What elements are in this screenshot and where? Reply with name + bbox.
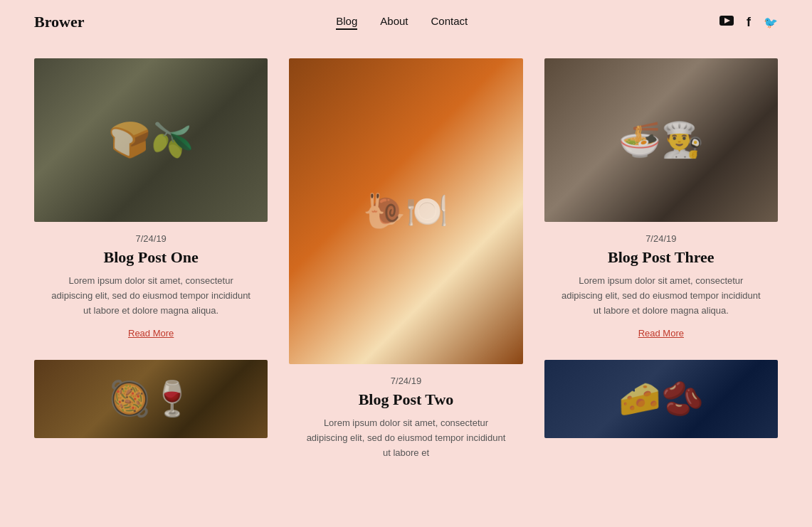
blog-post-3-title: Blog Post Three [608, 248, 715, 267]
blog-post-3-excerpt: Lorem ipsum dolor sit amet, consectetur … [561, 274, 761, 318]
blog-post-2-date: 7/24/19 [391, 376, 421, 386]
blog-post-3-date: 7/24/19 [645, 233, 676, 244]
social-icons-group: f 🐦 [719, 15, 778, 30]
blog-card-4 [34, 360, 268, 438]
blog-post-1-image [34, 58, 268, 222]
blog-post-3-read-more[interactable]: Read More [638, 328, 684, 339]
blog-column-1: 7/24/19 Blog Post One Lorem ipsum dolor … [34, 58, 268, 460]
twitter-icon[interactable]: 🐦 [764, 16, 778, 29]
blog-column-3: 7/24/19 Blog Post Three Lorem ipsum dolo… [544, 58, 778, 460]
nav-blog[interactable]: Blog [336, 15, 357, 30]
nav-contact[interactable]: Contact [431, 15, 468, 30]
blog-post-2-title: Blog Post Two [359, 390, 454, 409]
blog-grid: 7/24/19 Blog Post One Lorem ipsum dolor … [34, 58, 778, 460]
blog-post-5-image [544, 360, 778, 438]
blog-post-2-excerpt: Lorem ipsum dolor sit amet, consectetur … [306, 416, 505, 460]
blog-card-5 [544, 360, 778, 438]
youtube-icon[interactable] [719, 16, 734, 28]
blog-post-1-excerpt: Lorem ipsum dolor sit amet, consectetur … [51, 274, 251, 318]
blog-post-3-image [544, 58, 778, 222]
site-header: Brower Blog About Contact f 🐦 [0, 0, 812, 44]
facebook-icon[interactable]: f [747, 15, 751, 30]
blog-column-2: 7/24/19 Blog Post Two Lorem ipsum dolor … [289, 58, 522, 460]
main-nav: Blog About Contact [336, 15, 468, 30]
blog-card-1: 7/24/19 Blog Post One Lorem ipsum dolor … [34, 58, 268, 339]
blog-card-3: 7/24/19 Blog Post Three Lorem ipsum dolo… [544, 58, 778, 339]
blog-post-1-title: Blog Post One [104, 248, 199, 267]
blog-post-4-image [34, 360, 268, 438]
nav-about[interactable]: About [380, 15, 408, 30]
blog-post-1-read-more[interactable]: Read More [128, 328, 174, 339]
main-content: 7/24/19 Blog Post One Lorem ipsum dolor … [0, 44, 812, 489]
blog-post-2-image [289, 58, 522, 364]
blog-card-2: 7/24/19 Blog Post Two Lorem ipsum dolor … [289, 58, 522, 460]
site-logo: Brower [34, 13, 84, 31]
blog-post-1-date: 7/24/19 [135, 233, 166, 244]
